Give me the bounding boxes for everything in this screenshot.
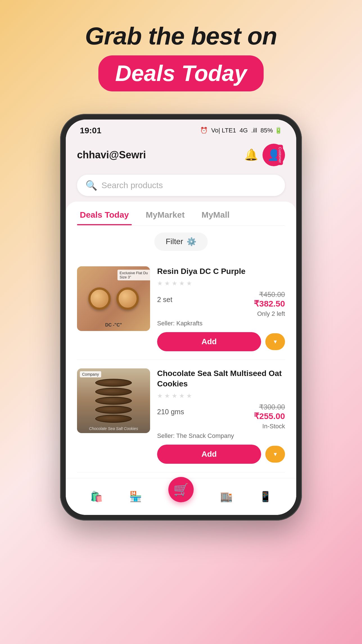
nav-item-market[interactable]: 🏪 <box>129 491 142 503</box>
search-bar[interactable]: 🔍 Search products <box>77 175 285 196</box>
stars-diya: ★ ★ ★ ★ ★ <box>157 280 285 287</box>
headline-area: Grab the best on Deals Today <box>85 22 277 91</box>
shop-icon: 🛍️ <box>90 491 103 503</box>
product-item-cookie: Company Chocolate Sea Salt Cookies <box>77 360 285 472</box>
add-button-cookie[interactable]: Add <box>157 445 261 464</box>
app-header: chhavi@Sewri 🔔 👤 Customer <box>66 138 296 172</box>
bottom-nav: 🛍️ 🏪 🛒 🏬 📱 <box>66 478 296 515</box>
username-display: chhavi@Sewri <box>77 149 146 161</box>
phone-shell: 19:01 ⏰ Vo| LTE1 4G .ill 85% 🔋 chhavi@Se… <box>60 114 302 521</box>
market-icon: 🏪 <box>129 491 142 503</box>
original-price-diya: ₹450.00 <box>259 291 285 299</box>
tabs-container: Deals Today MyMarket MyMall <box>66 202 296 225</box>
tab-deals-today[interactable]: Deals Today <box>77 204 132 225</box>
cookie-disc-1 <box>95 379 132 387</box>
dropdown-button-diya[interactable]: ▾ <box>265 333 285 350</box>
tab-mymall[interactable]: MyMall <box>199 204 232 225</box>
cookie-visual: Company Chocolate Sea Salt Cookies <box>77 368 150 433</box>
nav-item-mall[interactable]: 🏬 <box>220 491 233 503</box>
stock-cookie: In-Stock <box>157 423 285 430</box>
cookie-disc-4 <box>95 406 132 414</box>
product-image-diya: Exclusive Flat DuSize 3" DC -"C" <box>77 266 150 331</box>
diya-visual: Exclusive Flat DuSize 3" DC -"C" <box>77 266 150 331</box>
product-item-diya: Exclusive Flat DuSize 3" DC -"C" Resin D… <box>77 258 285 360</box>
dropdown-button-cookie[interactable]: ▾ <box>265 446 285 463</box>
filter-label: Filter <box>166 237 183 246</box>
mall-icon: 🏬 <box>220 491 233 503</box>
stars-cookie: ★ ★ ★ ★ ★ <box>157 392 285 400</box>
stock-diya: Only 2 left <box>157 310 285 318</box>
phone-screen: 19:01 ⏰ Vo| LTE1 4G .ill 85% 🔋 chhavi@Se… <box>66 120 296 515</box>
bell-icon[interactable]: 🔔 <box>244 148 258 161</box>
product-info-diya: Resin Diya DC C Purple ★ ★ ★ ★ ★ 2 set ₹… <box>157 266 285 351</box>
seller-cookie: Seller: The Snack Company <box>157 432 285 440</box>
price-row-cookie: 210 gms ₹300.00 ₹255.00 <box>157 403 285 421</box>
discounted-price-cookie: ₹255.00 <box>254 411 285 421</box>
filter-area: Filter ⚙️ <box>66 226 296 258</box>
status-bar: 19:01 ⏰ Vo| LTE1 4G .ill 85% 🔋 <box>66 120 296 138</box>
cookie-disc-2 <box>95 388 132 396</box>
product-image-cookie: Company Chocolate Sea Salt Cookies <box>77 368 150 433</box>
header-icons: 🔔 👤 Customer <box>244 144 285 166</box>
cart-icon: 🛒 <box>173 482 189 497</box>
cookie-disc-5 <box>95 415 132 423</box>
filter-icon: ⚙️ <box>187 237 196 246</box>
quantity-diya: 2 set <box>157 296 172 304</box>
cookie-disc-3 <box>95 397 132 405</box>
quantity-cookie: 210 gms <box>157 408 184 416</box>
search-input[interactable]: Search products <box>101 181 163 190</box>
filter-button[interactable]: Filter ⚙️ <box>154 233 207 251</box>
diya-circle-2 <box>116 287 139 310</box>
search-icon: 🔍 <box>85 180 97 191</box>
search-container: 🔍 Search products <box>66 172 296 202</box>
avatar-button[interactable]: 👤 Customer <box>263 144 285 166</box>
deals-badge: Deals Today <box>98 55 264 91</box>
diya-bottom-label: DC -"C" <box>105 323 122 328</box>
content-area: Deals Today MyMarket MyMall Filter ⚙️ <box>66 202 296 515</box>
status-icons: ⏰ Vo| LTE1 4G .ill 85% 🔋 <box>200 127 282 134</box>
add-button-diya[interactable]: Add <box>157 332 261 351</box>
status-time: 19:01 <box>80 126 101 135</box>
nav-cart-button[interactable]: 🛒 <box>168 477 194 502</box>
company-badge: Company <box>80 371 101 377</box>
tab-mymarket[interactable]: MyMarket <box>143 204 187 225</box>
action-row-diya: Add ▾ <box>157 332 285 351</box>
diya-circle-1 <box>88 287 111 310</box>
price-col-diya: ₹450.00 ₹382.50 <box>254 291 285 309</box>
product-name-cookie: Chocolate Sea Salt Multiseed Oat Cookies <box>157 368 285 389</box>
headline-line1: Grab the best on <box>85 22 277 50</box>
price-col-cookie: ₹300.00 ₹255.00 <box>254 403 285 421</box>
product-info-cookie: Chocolate Sea Salt Multiseed Oat Cookies… <box>157 368 285 464</box>
product-name-diya: Resin Diya DC C Purple <box>157 266 285 276</box>
product-list: Exclusive Flat DuSize 3" DC -"C" Resin D… <box>66 258 296 472</box>
profile-icon: 📱 <box>259 491 272 503</box>
nav-item-profile[interactable]: 📱 <box>259 491 272 503</box>
action-row-cookie: Add ▾ <box>157 445 285 464</box>
cookie-stack <box>95 379 132 423</box>
discounted-price-diya: ₹382.50 <box>254 299 285 309</box>
cookie-bottom-text: Chocolate Sea Salt Cookies <box>77 426 150 431</box>
original-price-cookie: ₹300.00 <box>259 403 285 411</box>
nav-item-shop[interactable]: 🛍️ <box>90 491 103 503</box>
price-row-diya: 2 set ₹450.00 ₹382.50 <box>157 291 285 309</box>
seller-diya: Seller: Kapkrafts <box>157 320 285 327</box>
diya-overlay-label: Exclusive Flat DuSize 3" <box>117 270 150 280</box>
customer-label: Customer <box>277 145 283 165</box>
diya-circles <box>88 287 139 310</box>
